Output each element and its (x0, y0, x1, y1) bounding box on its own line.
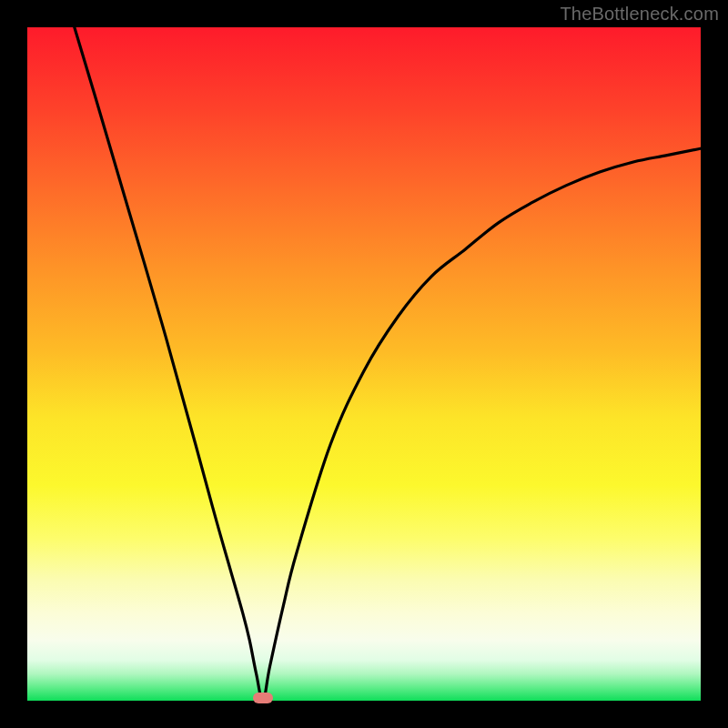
minimum-marker (253, 693, 273, 703)
plot-area (27, 27, 701, 701)
watermark-text: TheBottleneck.com (560, 4, 719, 25)
chart-frame: TheBottleneck.com (0, 0, 728, 728)
bottleneck-curve (75, 27, 701, 701)
curve-svg (27, 27, 701, 701)
